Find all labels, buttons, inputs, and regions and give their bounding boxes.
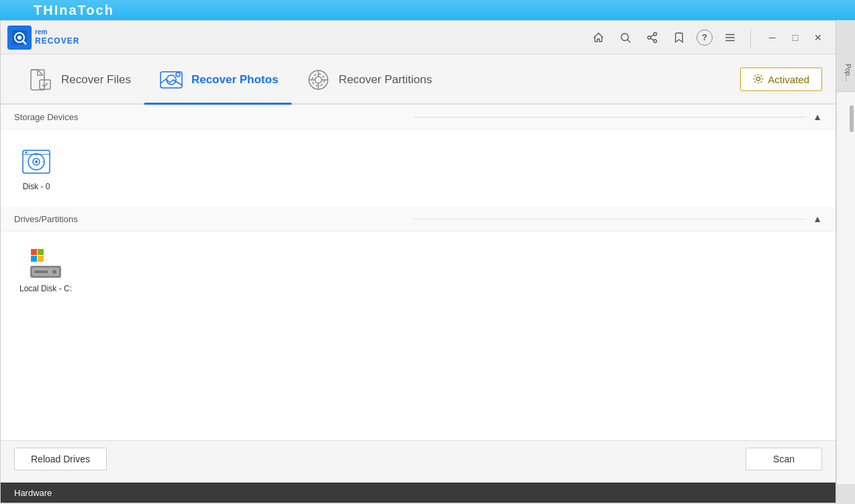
right-sidebar: Pop... bbox=[836, 54, 855, 484]
storage-devices-chevron: ▲ bbox=[813, 111, 822, 122]
menu-icon[interactable] bbox=[721, 28, 739, 47]
svg-line-5 bbox=[627, 40, 630, 42]
reload-drives-button[interactable]: Reload Drives bbox=[14, 448, 107, 470]
disk-0-label: Disk - 0 bbox=[23, 182, 50, 191]
storage-devices-header[interactable]: Storage Devices ▲ bbox=[1, 105, 836, 130]
svg-point-6 bbox=[654, 32, 657, 36]
activated-label: Activated bbox=[768, 73, 809, 85]
bookmark-icon[interactable] bbox=[670, 28, 688, 47]
svg-point-28 bbox=[26, 152, 28, 154]
svg-rect-15 bbox=[40, 80, 50, 89]
browser-title: THInaToch bbox=[34, 3, 114, 18]
svg-point-37 bbox=[52, 270, 56, 274]
drives-partitions-chevron: ▲ bbox=[813, 213, 822, 224]
local-disk-c-label: Local Disk - C: bbox=[19, 284, 72, 293]
bottom-bar: Reload Drives Scan bbox=[1, 440, 836, 477]
logo-icon bbox=[7, 26, 32, 50]
hardware-bar: Hardware bbox=[1, 483, 836, 503]
storage-devices-content: Disk - 0 bbox=[1, 130, 836, 207]
disk-0-item[interactable]: Disk - 0 bbox=[14, 140, 58, 197]
home-icon[interactable] bbox=[589, 28, 608, 47]
svg-rect-31 bbox=[31, 249, 37, 255]
tab-recover-photos-label: Recover Photos bbox=[191, 73, 278, 87]
svg-rect-32 bbox=[38, 249, 44, 255]
local-disk-c-item[interactable]: Local Disk - C: bbox=[14, 242, 77, 299]
scrollbar-area bbox=[837, 92, 855, 484]
svg-rect-16 bbox=[161, 72, 182, 88]
svg-rect-38 bbox=[34, 270, 48, 273]
logo-text-line1: rem bbox=[35, 28, 79, 36]
activated-button[interactable]: Activated bbox=[740, 67, 822, 91]
svg-rect-34 bbox=[38, 256, 44, 262]
logo-text-line2: RECOVER bbox=[35, 36, 79, 46]
hardware-label: Hardware bbox=[14, 488, 52, 498]
local-disk-c-icon bbox=[29, 247, 62, 281]
sidebar-tab-label: Pop... bbox=[844, 64, 852, 81]
search-icon[interactable] bbox=[616, 28, 635, 47]
help-icon[interactable]: ? bbox=[696, 30, 713, 46]
minimize-button[interactable]: ─ bbox=[762, 28, 783, 47]
svg-point-8 bbox=[654, 40, 657, 43]
svg-point-26 bbox=[35, 160, 38, 163]
svg-rect-33 bbox=[31, 256, 37, 262]
svg-point-18 bbox=[176, 72, 180, 77]
svg-line-9 bbox=[650, 38, 654, 40]
app-logo: rem RECOVER bbox=[7, 26, 81, 50]
browser-bar: THInaToch bbox=[0, 0, 855, 20]
tab-bar: Recover Files Recover Photos bbox=[1, 54, 836, 105]
svg-point-2 bbox=[17, 36, 21, 40]
scrollbar-thumb[interactable] bbox=[850, 105, 854, 132]
title-bar: rem RECOVER bbox=[1, 21, 836, 54]
tab-recover-partitions[interactable]: Recover Partitions bbox=[291, 58, 445, 105]
tab-recover-photos[interactable]: Recover Photos bbox=[144, 58, 291, 105]
svg-point-20 bbox=[315, 77, 322, 83]
svg-point-7 bbox=[647, 36, 651, 39]
window-controls: ─ □ ✕ bbox=[762, 28, 829, 47]
svg-line-10 bbox=[650, 34, 654, 36]
svg-point-17 bbox=[167, 75, 176, 85]
storage-devices-title: Storage Devices bbox=[14, 112, 407, 122]
tab-recover-files-label: Recover Files bbox=[61, 73, 131, 87]
svg-point-22 bbox=[757, 77, 760, 81]
scan-button[interactable]: Scan bbox=[746, 448, 822, 470]
maximize-button[interactable]: □ bbox=[784, 28, 806, 47]
share-icon[interactable] bbox=[643, 28, 662, 47]
tab-recover-partitions-label: Recover Partitions bbox=[339, 73, 432, 87]
drives-partitions-header[interactable]: Drives/Partitions ▲ bbox=[1, 207, 836, 232]
tab-recover-files[interactable]: Recover Files bbox=[14, 58, 144, 105]
svg-point-4 bbox=[621, 34, 629, 41]
close-button[interactable]: ✕ bbox=[807, 28, 829, 47]
sidebar-tab[interactable]: Pop... bbox=[837, 54, 856, 92]
title-bar-icons: ? ─ □ ✕ bbox=[589, 28, 829, 47]
main-content: Storage Devices ▲ bbox=[1, 105, 836, 440]
drives-partitions-content: Local Disk - C: bbox=[1, 232, 836, 309]
drives-partitions-title: Drives/Partitions bbox=[14, 214, 407, 224]
